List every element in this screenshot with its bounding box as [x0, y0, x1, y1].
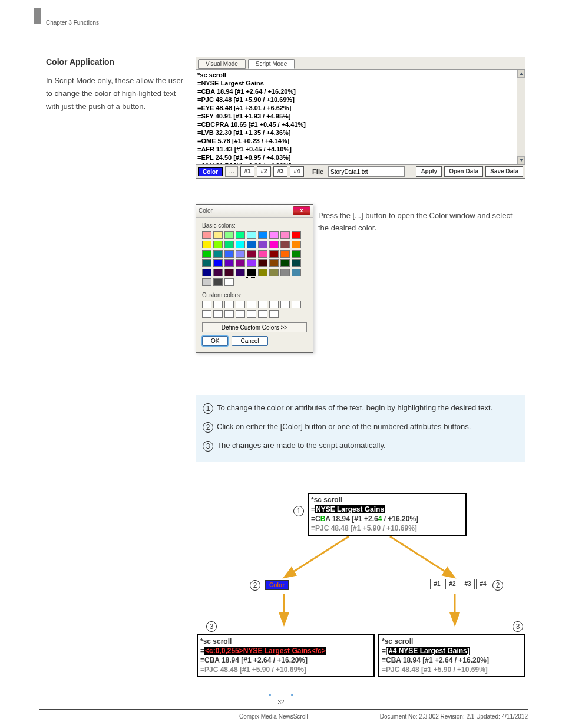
- color-swatch[interactable]: [292, 231, 301, 239]
- color-swatch[interactable]: [280, 259, 290, 267]
- color-swatch[interactable]: [224, 278, 234, 286]
- color-swatch[interactable]: [247, 231, 256, 239]
- color-swatch[interactable]: [258, 250, 267, 258]
- custom-color-slot[interactable]: [269, 310, 279, 318]
- color-swatch[interactable]: [292, 269, 301, 276]
- custom-color-slot[interactable]: [202, 301, 211, 308]
- attr2-button[interactable]: #2: [257, 166, 271, 177]
- script-line: *sc scroll: [197, 71, 524, 79]
- color-swatch[interactable]: [202, 278, 211, 286]
- color-swatch[interactable]: [292, 241, 301, 248]
- custom-color-slot[interactable]: [224, 301, 234, 308]
- color-swatch[interactable]: [213, 250, 223, 258]
- diagram-source-box: *sc scroll =NYSE Largest Gains =CBA 18.9…: [308, 493, 467, 536]
- color-swatch[interactable]: [247, 241, 256, 248]
- custom-color-slot[interactable]: [213, 301, 223, 308]
- attr3-button[interactable]: #3: [273, 166, 287, 177]
- color-swatch[interactable]: [269, 231, 279, 239]
- color-swatch[interactable]: [213, 231, 223, 239]
- ok-button[interactable]: OK: [202, 336, 228, 346]
- file-input[interactable]: [328, 166, 405, 177]
- open-data-button[interactable]: Open Data: [444, 166, 483, 177]
- custom-color-slot[interactable]: [258, 310, 267, 318]
- attr1-button[interactable]: #1: [240, 166, 254, 177]
- color-swatch[interactable]: [247, 259, 256, 267]
- color-swatch[interactable]: [258, 241, 267, 248]
- custom-color-slot[interactable]: [236, 301, 245, 308]
- save-data-button[interactable]: Save Data: [485, 166, 523, 177]
- color-swatch[interactable]: [280, 241, 290, 248]
- color-swatch[interactable]: [292, 259, 301, 267]
- tab-visual-mode[interactable]: Visual Mode: [198, 59, 246, 69]
- diagram-color-button[interactable]: Color: [265, 580, 289, 590]
- color-swatch[interactable]: [280, 269, 290, 276]
- define-custom-button[interactable]: Define Custom Colors >>: [202, 322, 307, 332]
- attr4-button[interactable]: #4: [290, 166, 304, 177]
- color-swatch[interactable]: [213, 241, 223, 248]
- custom-color-slot[interactable]: [258, 301, 267, 308]
- custom-color-slot[interactable]: [280, 301, 290, 308]
- tab-bar: Visual Mode Script Mode: [196, 57, 525, 70]
- color-swatch[interactable]: [213, 278, 223, 286]
- scrollbar-vertical[interactable]: ▴ ▾: [517, 70, 525, 164]
- color-swatch[interactable]: [258, 259, 267, 267]
- color-swatch[interactable]: [236, 241, 245, 248]
- color-swatch[interactable]: [224, 250, 234, 258]
- color-swatch[interactable]: [269, 250, 279, 258]
- color-swatch[interactable]: [258, 269, 267, 276]
- custom-color-slot[interactable]: [236, 310, 245, 318]
- custom-color-slot[interactable]: [213, 310, 223, 318]
- color-swatch[interactable]: [247, 269, 256, 276]
- color-swatch[interactable]: [202, 241, 211, 248]
- color-swatch[interactable]: [292, 250, 301, 258]
- color-swatch[interactable]: [213, 269, 223, 276]
- diag-attr2[interactable]: #2: [445, 579, 459, 589]
- color-swatch[interactable]: [224, 231, 234, 239]
- custom-color-slot[interactable]: [202, 310, 211, 318]
- color-swatch[interactable]: [236, 259, 245, 267]
- custom-color-slot[interactable]: [224, 310, 234, 318]
- color-swatch[interactable]: [280, 231, 290, 239]
- color-swatch[interactable]: [247, 250, 256, 258]
- close-icon[interactable]: x: [293, 206, 310, 215]
- page-number: 32: [0, 699, 562, 706]
- custom-color-slot[interactable]: [269, 301, 279, 308]
- color-swatch[interactable]: [258, 231, 267, 239]
- custom-color-slot[interactable]: [292, 301, 301, 308]
- script-textarea[interactable]: *sc scroll=NYSE Largest Gains=CBA 18.94 …: [196, 70, 525, 165]
- diag-attr1[interactable]: #1: [430, 579, 444, 589]
- color-swatch[interactable]: [202, 269, 211, 276]
- color-swatch[interactable]: [269, 241, 279, 248]
- diagram-step3-left-badge: 3: [206, 621, 217, 632]
- color-swatch[interactable]: [236, 250, 245, 258]
- color-button[interactable]: Color: [198, 167, 223, 176]
- color-swatch[interactable]: [224, 259, 234, 267]
- color-swatch[interactable]: [224, 269, 234, 276]
- diag-attr4[interactable]: #4: [476, 579, 490, 589]
- diagram-step2-left-badge: 2: [250, 580, 260, 591]
- color-swatch[interactable]: [202, 231, 211, 239]
- color-swatch[interactable]: [213, 259, 223, 267]
- color-swatch[interactable]: [224, 241, 234, 248]
- chapter-label: Chapter 3 Functions: [46, 19, 99, 26]
- color-swatch[interactable]: [269, 269, 279, 276]
- color-swatch[interactable]: [202, 250, 211, 258]
- color-swatch[interactable]: [236, 231, 245, 239]
- scroll-down-icon[interactable]: ▾: [517, 156, 525, 164]
- footer-dots: [0, 688, 562, 699]
- color-swatch[interactable]: [280, 250, 290, 258]
- script-line: =CBCPRA 10.65 [#1 +0.45 / +4.41%]: [197, 120, 524, 129]
- dialog-titlebar[interactable]: Color x: [196, 205, 313, 218]
- diag-attr3[interactable]: #3: [461, 579, 475, 589]
- color-swatch[interactable]: [269, 259, 279, 267]
- custom-color-slot[interactable]: [247, 310, 256, 318]
- apply-button[interactable]: Apply: [416, 166, 442, 177]
- cancel-button[interactable]: Cancel: [232, 336, 267, 346]
- color-swatch[interactable]: [236, 269, 245, 276]
- tab-script-mode[interactable]: Script Mode: [248, 59, 295, 69]
- page-footer: Compix Media NewsScroll Document No: 2.3…: [39, 709, 528, 720]
- custom-color-slot[interactable]: [247, 301, 256, 308]
- scroll-up-icon[interactable]: ▴: [517, 70, 525, 78]
- browse-color-button[interactable]: ...: [225, 166, 238, 177]
- color-swatch[interactable]: [202, 259, 211, 267]
